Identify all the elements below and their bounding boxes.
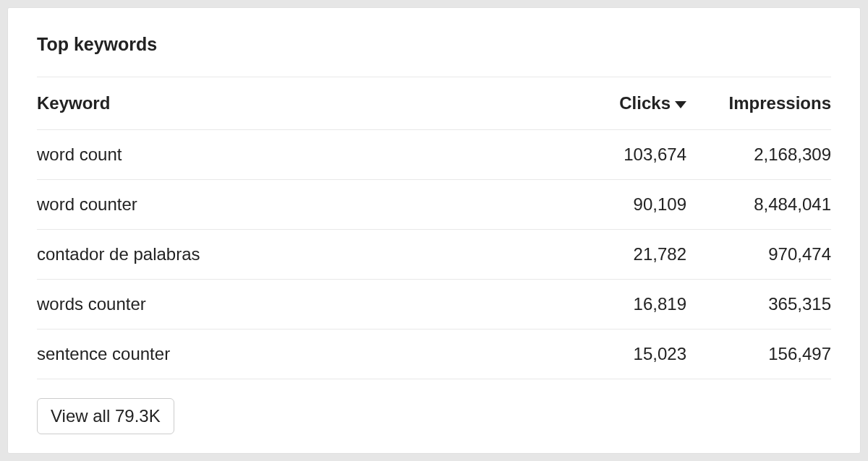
column-header-impressions[interactable]: Impressions (686, 93, 831, 113)
card-title: Top keywords (37, 34, 831, 77)
cell-keyword: contador de palabras (37, 244, 560, 264)
table-row: words counter 16,819 365,315 (37, 280, 831, 329)
view-all-button[interactable]: View all 79.3K (37, 398, 174, 434)
column-header-keyword[interactable]: Keyword (37, 93, 560, 113)
table-row: word count 103,674 2,168,309 (37, 130, 831, 180)
sort-desc-icon (675, 101, 686, 108)
cell-keyword: word count (37, 145, 560, 165)
table-row: contador de palabras 21,782 970,474 (37, 230, 831, 280)
cell-clicks: 21,782 (560, 244, 686, 264)
table-header-row: Keyword Clicks Impressions (37, 77, 831, 130)
column-header-clicks[interactable]: Clicks (560, 93, 686, 113)
cell-keyword: sentence counter (37, 344, 560, 364)
cell-keyword: words counter (37, 294, 560, 314)
cell-impressions: 970,474 (686, 244, 831, 264)
top-keywords-card: Top keywords Keyword Clicks Impressions … (7, 7, 861, 454)
cell-impressions: 365,315 (686, 294, 831, 314)
cell-impressions: 8,484,041 (686, 194, 831, 215)
cell-impressions: 156,497 (686, 344, 831, 364)
column-header-clicks-label: Clicks (619, 93, 671, 113)
cell-clicks: 103,674 (560, 145, 686, 165)
cell-clicks: 16,819 (560, 294, 686, 314)
table-row: sentence counter 15,023 156,497 (37, 329, 831, 379)
cell-clicks: 90,109 (560, 194, 686, 215)
table-row: word counter 90,109 8,484,041 (37, 180, 831, 230)
cell-keyword: word counter (37, 194, 560, 215)
cell-impressions: 2,168,309 (686, 145, 831, 165)
cell-clicks: 15,023 (560, 344, 686, 364)
